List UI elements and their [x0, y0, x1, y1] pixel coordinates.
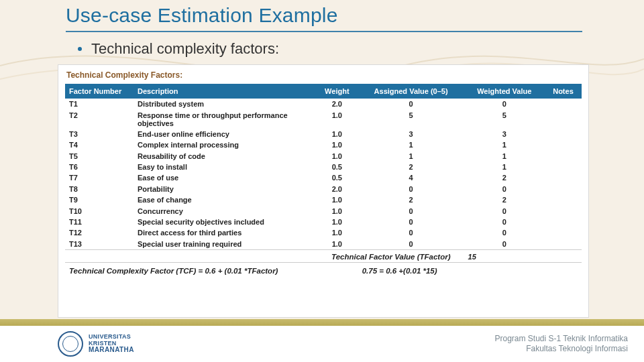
table-row: T10Concurrency1.000	[65, 205, 582, 216]
cell-assigned: 0	[358, 217, 464, 227]
slide-title: Use-case Estimation Example	[66, 4, 338, 27]
cell-assigned: 2	[358, 162, 464, 172]
bullet-dot-icon	[78, 47, 82, 51]
cell-notes	[545, 129, 582, 139]
cell-assigned: 0	[358, 239, 464, 250]
cell-notes	[545, 151, 582, 162]
cell-description: End-user online efficiency	[133, 129, 316, 139]
tfactor-value: 15	[464, 249, 545, 262]
table-row: T3End-user online efficiency1.033	[65, 129, 582, 139]
cell-description: Distributed system	[133, 99, 316, 109]
cell-description: Easy to install	[133, 162, 316, 172]
cell-weight: 0.5	[316, 172, 358, 183]
table-row: T11Special security objectives included1…	[65, 217, 582, 227]
cell-description: Reusability of code	[133, 151, 316, 162]
cell-description: Concurrency	[133, 205, 316, 216]
cell-description: Complex internal processing	[133, 139, 316, 150]
cell-factor: T9	[65, 194, 133, 205]
cell-factor: T6	[65, 162, 133, 172]
cell-description: Special security objectives included	[133, 217, 316, 227]
cell-factor: T11	[65, 217, 133, 227]
cell-description: Response time or throughput performance …	[133, 109, 316, 128]
cell-weighted: 0	[464, 227, 545, 238]
col-weight: Weight	[316, 84, 358, 99]
cell-factor: T10	[65, 205, 133, 216]
table-row: T2Response time or throughput performanc…	[65, 109, 582, 128]
uni-line-3: MARANATHA	[89, 347, 134, 354]
cell-weighted: 2	[464, 172, 545, 183]
cell-weighted: 0	[464, 99, 545, 109]
table-row: T7Ease of use0.542	[65, 172, 582, 183]
cell-weight: 1.0	[316, 109, 358, 128]
table-row: T12Direct access for third parties1.000	[65, 227, 582, 238]
footer: UNIVERSITAS KRISTEN MARANATHA Program St…	[0, 326, 644, 362]
cell-assigned: 1	[358, 151, 464, 162]
title-underline	[66, 31, 582, 32]
footer-accent-bar	[0, 319, 644, 326]
cell-factor: T3	[65, 129, 133, 139]
cell-weighted: 5	[464, 109, 545, 128]
cell-assigned: 5	[358, 109, 464, 128]
bullet-item: Technical complexity factors:	[78, 40, 279, 58]
cell-weighted: 0	[464, 205, 545, 216]
col-factor: Factor Number	[65, 84, 133, 99]
tfactor-row: Technical Factor Value (TFactor)15	[65, 249, 582, 262]
cell-factor: T12	[65, 227, 133, 238]
university-logo-block: UNIVERSITAS KRISTEN MARANATHA	[58, 331, 134, 357]
cell-notes	[545, 109, 582, 128]
panel-heading: Technical Complexity Factors:	[66, 70, 582, 80]
formula-row: Technical Complexity Factor (TCF) = 0.6 …	[65, 263, 582, 277]
cell-weighted: 3	[464, 129, 545, 139]
formula-right: 0.75 = 0.6 +(0.01 *15)	[358, 263, 582, 277]
cell-assigned: 4	[358, 172, 464, 183]
cell-weight: 1.0	[316, 217, 358, 227]
cell-weight: 1.0	[316, 151, 358, 162]
slide: Use-case Estimation Example Technical co…	[0, 0, 644, 362]
cell-factor: T13	[65, 239, 133, 250]
university-name: UNIVERSITAS KRISTEN MARANATHA	[89, 334, 134, 353]
cell-notes	[545, 184, 582, 194]
university-seal-icon	[58, 331, 83, 357]
cell-weight: 1.0	[316, 129, 358, 139]
table-header-row: Factor Number Description Weight Assigne…	[65, 84, 582, 99]
table-row: T5Reusability of code1.011	[65, 151, 582, 162]
cell-description: Ease of use	[133, 172, 316, 183]
table-row: T6Easy to install0.521	[65, 162, 582, 172]
col-weighted: Weighted Value	[464, 84, 545, 99]
cell-factor: T7	[65, 172, 133, 183]
program-name: Program Studi S-1 Teknik Informatika Fak…	[494, 334, 628, 354]
program-line-2: Fakultas Teknologi Informasi	[494, 344, 628, 354]
cell-assigned: 0	[358, 205, 464, 216]
factors-table: Factor Number Description Weight Assigne…	[65, 84, 582, 276]
cell-weight: 1.0	[316, 239, 358, 250]
factors-panel: Technical Complexity Factors: Factor Num…	[58, 64, 589, 318]
cell-factor: T8	[65, 184, 133, 194]
cell-weight: 0.5	[316, 162, 358, 172]
cell-weighted: 1	[464, 151, 545, 162]
cell-assigned: 1	[358, 139, 464, 150]
cell-factor: T4	[65, 139, 133, 150]
cell-weighted: 1	[464, 139, 545, 150]
cell-description: Portability	[133, 184, 316, 194]
tfactor-label: Technical Factor Value (TFactor)	[65, 249, 464, 262]
table-row: T8Portability2.000	[65, 184, 582, 194]
cell-weight: 1.0	[316, 205, 358, 216]
table-row: T1Distributed system2.000	[65, 99, 582, 109]
col-description: Description	[133, 84, 316, 99]
cell-factor: T2	[65, 109, 133, 128]
cell-notes	[545, 227, 582, 238]
cell-weight: 2.0	[316, 99, 358, 109]
cell-notes	[545, 194, 582, 205]
cell-factor: T5	[65, 151, 133, 162]
cell-weighted: 1	[464, 162, 545, 172]
cell-assigned: 0	[358, 99, 464, 109]
bullet-text: Technical complexity factors:	[91, 40, 279, 58]
cell-description: Ease of change	[133, 194, 316, 205]
col-notes: Notes	[545, 84, 582, 99]
cell-notes	[545, 172, 582, 183]
cell-assigned: 3	[358, 129, 464, 139]
cell-weight: 1.0	[316, 139, 358, 150]
program-line-1: Program Studi S-1 Teknik Informatika	[494, 334, 628, 344]
cell-weight: 2.0	[316, 184, 358, 194]
cell-notes	[545, 139, 582, 150]
